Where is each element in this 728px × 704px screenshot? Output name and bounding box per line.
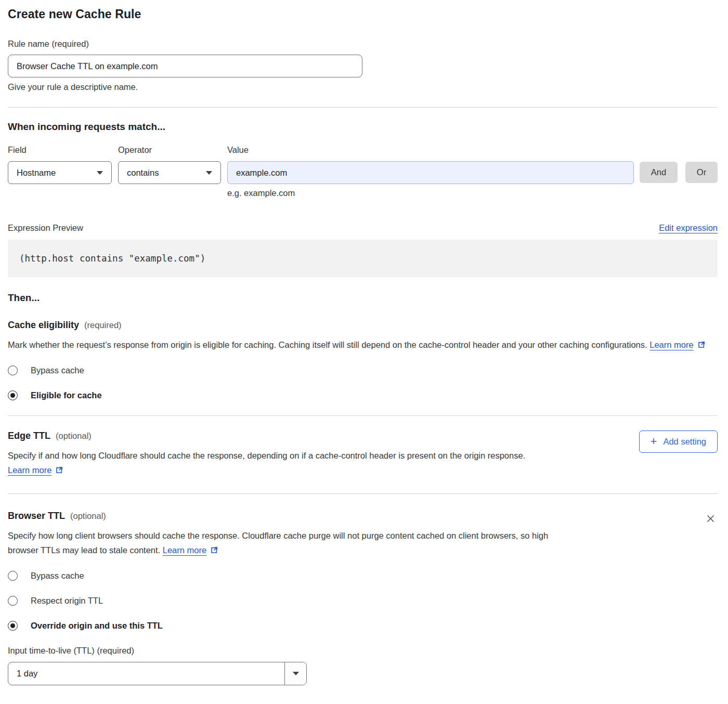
divider: [8, 415, 718, 416]
browser-ttl-description: Specify how long client browsers should …: [8, 528, 577, 557]
condition-row: Field Hostname Operator contains Value A…: [8, 145, 718, 184]
radio-label: Eligible for cache: [31, 390, 102, 400]
browser-ttl-description-text: Specify how long client browsers should …: [8, 531, 548, 555]
optional-tag: (optional): [56, 431, 92, 441]
add-setting-label: Add setting: [663, 437, 706, 447]
field-select[interactable]: Hostname: [8, 161, 112, 184]
radio-icon: [8, 366, 18, 375]
browser-ttl-learn-more-link[interactable]: Learn more: [163, 545, 206, 555]
required-tag: (required): [84, 320, 122, 330]
edge-ttl-learn-more-link[interactable]: Learn more: [8, 465, 51, 475]
radio-override-origin-ttl[interactable]: Override origin and use this TTL: [8, 621, 718, 631]
edge-ttl-heading: Edge TTL: [8, 431, 50, 441]
radio-selected-icon: [8, 390, 18, 400]
cache-eligibility-learn-more-link[interactable]: Learn more: [649, 340, 693, 349]
divider: [8, 107, 718, 108]
radio-bypass-cache[interactable]: Bypass cache: [8, 571, 718, 581]
close-icon: [706, 514, 716, 524]
operator-select[interactable]: contains: [118, 161, 221, 184]
external-link-icon: [210, 546, 218, 554]
plus-icon: +: [651, 436, 657, 447]
expression-code-block: (http.host contains "example.com"): [8, 240, 718, 277]
operator-select-value: contains: [127, 168, 159, 178]
rule-name-helper: Give your rule a descriptive name.: [8, 82, 718, 92]
or-button[interactable]: Or: [685, 162, 718, 183]
radio-bypass-cache[interactable]: Bypass cache: [8, 366, 718, 375]
radio-label: Override origin and use this TTL: [31, 621, 163, 631]
rule-name-input[interactable]: [8, 55, 362, 77]
cache-eligibility-heading: Cache eligibility: [8, 320, 79, 331]
value-label: Value: [227, 145, 634, 155]
expression-code: (http.host contains "example.com"): [19, 253, 205, 264]
radio-icon: [8, 596, 18, 606]
chevron-down-icon: [293, 672, 299, 675]
field-select-value: Hostname: [17, 168, 56, 178]
field-label: Field: [8, 145, 112, 155]
cache-eligibility-radio-group: Bypass cache Eligible for cache: [8, 366, 718, 400]
operator-label: Operator: [118, 145, 221, 155]
match-section-heading: When incoming requests match...: [8, 121, 718, 133]
add-setting-button[interactable]: + Add setting: [639, 431, 718, 453]
optional-tag: (optional): [70, 511, 106, 521]
ttl-select-value: 1 day: [8, 662, 284, 685]
radio-label: Respect origin TTL: [31, 596, 103, 606]
browser-ttl-heading: Browser TTL: [8, 511, 65, 522]
edge-ttl-description-text: Specify if and how long Cloudflare shoul…: [8, 451, 525, 460]
browser-ttl-radio-group: Bypass cache Respect origin TTL Override…: [8, 571, 718, 631]
remove-browser-ttl-button[interactable]: [704, 512, 718, 527]
and-button[interactable]: And: [640, 162, 678, 183]
edit-expression-link[interactable]: Edit expression: [659, 223, 718, 233]
external-link-icon: [55, 466, 63, 474]
value-helper: e.g. example.com: [227, 188, 718, 198]
ttl-input-label: Input time-to-live (TTL) (required): [8, 646, 718, 656]
page-title: Create new Cache Rule: [8, 6, 718, 22]
cache-eligibility-description-text: Mark whether the request’s response from…: [8, 340, 647, 349]
rule-name-label: Rule name (required): [8, 39, 718, 49]
ttl-select-caret-segment: [284, 662, 306, 685]
radio-respect-origin-ttl[interactable]: Respect origin TTL: [8, 596, 718, 606]
ttl-select[interactable]: 1 day: [8, 662, 307, 685]
divider: [8, 493, 718, 494]
radio-eligible-for-cache[interactable]: Eligible for cache: [8, 390, 718, 400]
radio-label: Bypass cache: [31, 571, 84, 581]
expression-preview-label: Expression Preview: [8, 223, 83, 233]
cache-eligibility-description: Mark whether the request’s response from…: [8, 337, 718, 352]
radio-label: Bypass cache: [31, 366, 84, 375]
radio-selected-icon: [8, 621, 18, 631]
edge-ttl-description: Specify if and how long Cloudflare shoul…: [8, 448, 580, 477]
value-input[interactable]: [227, 161, 634, 184]
chevron-down-icon: [206, 171, 212, 175]
external-link-icon: [697, 341, 706, 349]
create-cache-rule-page: Create new Cache Rule Rule name (require…: [0, 0, 728, 685]
chevron-down-icon: [97, 171, 103, 175]
radio-icon: [8, 571, 18, 581]
then-heading: Then...: [8, 292, 718, 304]
